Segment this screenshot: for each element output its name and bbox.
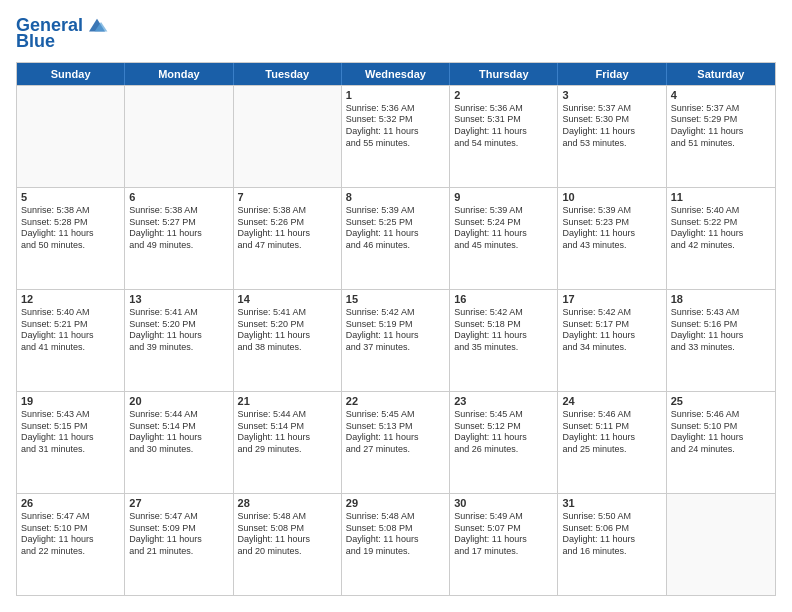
cell-line: Sunset: 5:30 PM xyxy=(562,114,661,126)
cell-line: Daylight: 11 hours xyxy=(21,228,120,240)
cell-line: Sunrise: 5:36 AM xyxy=(346,103,445,115)
day-number: 27 xyxy=(129,497,228,509)
calendar-cell: 2Sunrise: 5:36 AMSunset: 5:31 PMDaylight… xyxy=(450,86,558,187)
calendar-cell: 19Sunrise: 5:43 AMSunset: 5:15 PMDayligh… xyxy=(17,392,125,493)
cell-line: Daylight: 11 hours xyxy=(454,126,553,138)
cell-line: and 49 minutes. xyxy=(129,240,228,252)
day-number: 5 xyxy=(21,191,120,203)
cell-line: and 37 minutes. xyxy=(346,342,445,354)
cell-line: Sunset: 5:26 PM xyxy=(238,217,337,229)
cell-line: Sunset: 5:29 PM xyxy=(671,114,771,126)
cell-line: Sunset: 5:22 PM xyxy=(671,217,771,229)
calendar-cell: 12Sunrise: 5:40 AMSunset: 5:21 PMDayligh… xyxy=(17,290,125,391)
cell-line: Sunset: 5:20 PM xyxy=(238,319,337,331)
cell-line: and 42 minutes. xyxy=(671,240,771,252)
day-number: 2 xyxy=(454,89,553,101)
calendar-cell: 14Sunrise: 5:41 AMSunset: 5:20 PMDayligh… xyxy=(234,290,342,391)
cell-line: and 47 minutes. xyxy=(238,240,337,252)
calendar-cell: 20Sunrise: 5:44 AMSunset: 5:14 PMDayligh… xyxy=(125,392,233,493)
calendar-cell: 8Sunrise: 5:39 AMSunset: 5:25 PMDaylight… xyxy=(342,188,450,289)
cell-line: Sunset: 5:28 PM xyxy=(21,217,120,229)
cell-line: Sunset: 5:12 PM xyxy=(454,421,553,433)
weekday-header: Friday xyxy=(558,63,666,85)
day-number: 1 xyxy=(346,89,445,101)
cell-line: Daylight: 11 hours xyxy=(562,228,661,240)
cell-line: Daylight: 11 hours xyxy=(238,534,337,546)
cell-line: Daylight: 11 hours xyxy=(346,534,445,546)
cell-line: Sunset: 5:14 PM xyxy=(238,421,337,433)
cell-line: Sunset: 5:32 PM xyxy=(346,114,445,126)
cell-line: Daylight: 11 hours xyxy=(671,330,771,342)
cell-line: Sunrise: 5:42 AM xyxy=(346,307,445,319)
cell-line: Sunrise: 5:43 AM xyxy=(671,307,771,319)
day-number: 20 xyxy=(129,395,228,407)
cell-line: Sunrise: 5:47 AM xyxy=(129,511,228,523)
cell-line: Sunset: 5:09 PM xyxy=(129,523,228,535)
cell-line: Sunrise: 5:42 AM xyxy=(562,307,661,319)
weekday-header: Sunday xyxy=(17,63,125,85)
cell-line: Daylight: 11 hours xyxy=(562,126,661,138)
calendar-cell xyxy=(125,86,233,187)
calendar-cell: 4Sunrise: 5:37 AMSunset: 5:29 PMDaylight… xyxy=(667,86,775,187)
cell-line: and 33 minutes. xyxy=(671,342,771,354)
cell-line: Sunset: 5:17 PM xyxy=(562,319,661,331)
cell-line: Sunset: 5:08 PM xyxy=(238,523,337,535)
cell-line: and 16 minutes. xyxy=(562,546,661,558)
cell-line: Sunrise: 5:44 AM xyxy=(129,409,228,421)
cell-line: Sunset: 5:23 PM xyxy=(562,217,661,229)
calendar-cell: 9Sunrise: 5:39 AMSunset: 5:24 PMDaylight… xyxy=(450,188,558,289)
calendar-cell: 28Sunrise: 5:48 AMSunset: 5:08 PMDayligh… xyxy=(234,494,342,595)
cell-line: Sunrise: 5:36 AM xyxy=(454,103,553,115)
cell-line: Sunrise: 5:38 AM xyxy=(129,205,228,217)
calendar-cell xyxy=(17,86,125,187)
cell-line: and 20 minutes. xyxy=(238,546,337,558)
calendar-row: 26Sunrise: 5:47 AMSunset: 5:10 PMDayligh… xyxy=(17,493,775,595)
cell-line: Daylight: 11 hours xyxy=(346,126,445,138)
day-number: 6 xyxy=(129,191,228,203)
cell-line: and 50 minutes. xyxy=(21,240,120,252)
day-number: 4 xyxy=(671,89,771,101)
day-number: 3 xyxy=(562,89,661,101)
cell-line: Daylight: 11 hours xyxy=(671,228,771,240)
cell-line: and 51 minutes. xyxy=(671,138,771,150)
cell-line: and 29 minutes. xyxy=(238,444,337,456)
cell-line: and 43 minutes. xyxy=(562,240,661,252)
header: General Blue xyxy=(16,16,776,52)
logo: General Blue xyxy=(16,16,109,52)
calendar-cell: 18Sunrise: 5:43 AMSunset: 5:16 PMDayligh… xyxy=(667,290,775,391)
cell-line: Sunrise: 5:40 AM xyxy=(671,205,771,217)
cell-line: and 25 minutes. xyxy=(562,444,661,456)
weekday-header: Tuesday xyxy=(234,63,342,85)
cell-line: Daylight: 11 hours xyxy=(562,432,661,444)
calendar-cell: 31Sunrise: 5:50 AMSunset: 5:06 PMDayligh… xyxy=(558,494,666,595)
cell-line: and 41 minutes. xyxy=(21,342,120,354)
calendar-body: 1Sunrise: 5:36 AMSunset: 5:32 PMDaylight… xyxy=(17,85,775,595)
cell-line: Sunrise: 5:39 AM xyxy=(562,205,661,217)
calendar-cell: 7Sunrise: 5:38 AMSunset: 5:26 PMDaylight… xyxy=(234,188,342,289)
cell-line: Sunrise: 5:48 AM xyxy=(238,511,337,523)
calendar-cell: 15Sunrise: 5:42 AMSunset: 5:19 PMDayligh… xyxy=(342,290,450,391)
calendar-cell: 11Sunrise: 5:40 AMSunset: 5:22 PMDayligh… xyxy=(667,188,775,289)
calendar-cell: 23Sunrise: 5:45 AMSunset: 5:12 PMDayligh… xyxy=(450,392,558,493)
cell-line: Daylight: 11 hours xyxy=(346,432,445,444)
cell-line: Sunset: 5:19 PM xyxy=(346,319,445,331)
cell-line: Daylight: 11 hours xyxy=(238,330,337,342)
cell-line: Sunset: 5:06 PM xyxy=(562,523,661,535)
cell-line: and 17 minutes. xyxy=(454,546,553,558)
cell-line: Daylight: 11 hours xyxy=(238,228,337,240)
day-number: 22 xyxy=(346,395,445,407)
cell-line: Sunrise: 5:46 AM xyxy=(671,409,771,421)
cell-line: Sunrise: 5:42 AM xyxy=(454,307,553,319)
cell-line: Daylight: 11 hours xyxy=(562,534,661,546)
cell-line: Sunset: 5:24 PM xyxy=(454,217,553,229)
cell-line: Sunrise: 5:37 AM xyxy=(562,103,661,115)
calendar-cell: 26Sunrise: 5:47 AMSunset: 5:10 PMDayligh… xyxy=(17,494,125,595)
day-number: 16 xyxy=(454,293,553,305)
logo-text2: Blue xyxy=(16,32,55,52)
cell-line: and 31 minutes. xyxy=(21,444,120,456)
calendar-row: 5Sunrise: 5:38 AMSunset: 5:28 PMDaylight… xyxy=(17,187,775,289)
day-number: 12 xyxy=(21,293,120,305)
day-number: 29 xyxy=(346,497,445,509)
cell-line: and 45 minutes. xyxy=(454,240,553,252)
cell-line: Sunrise: 5:38 AM xyxy=(21,205,120,217)
